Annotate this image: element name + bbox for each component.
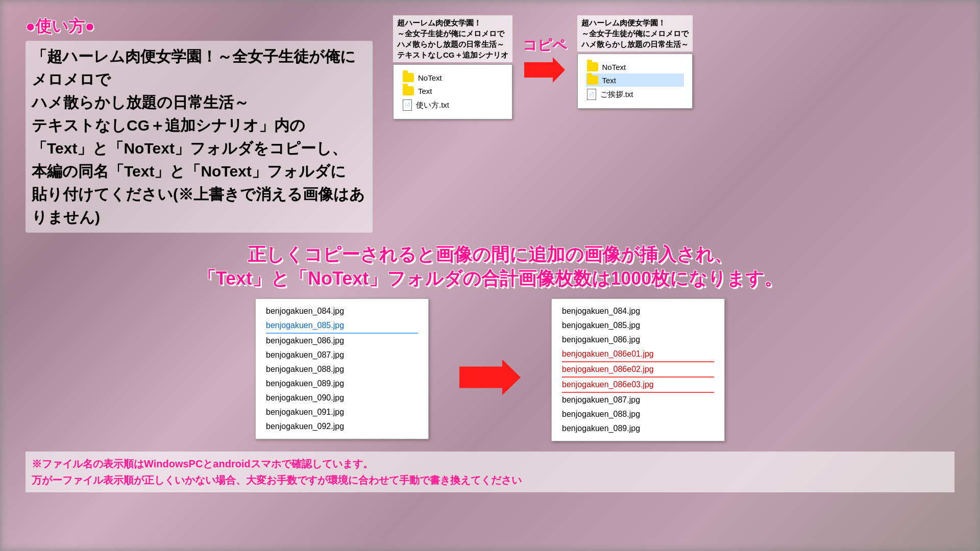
middle-section: 正しくコピーされると画像の間に追加の画像が挿入され、 「Text」と「NoTex… <box>26 243 954 291</box>
list-item: benjogakuen_085.jpg <box>266 318 418 334</box>
arrow-label: コピペ <box>523 36 567 55</box>
instructions-body: 「超ハーレム肉便女学園！～全女子生徒が俺にメロメロで ハメ散らかし放題の日常生活… <box>26 41 373 233</box>
list-item: benjogakuen_086e01.jpg <box>562 347 714 362</box>
list-item: benjogakuen_084.jpg <box>562 304 714 318</box>
copy-arrow-container: コピペ <box>512 15 577 83</box>
source-panel-title: 超ハーレム肉便女学園！ ～全女子生徒が俺にメロメロで ハメ散らかし放題の日常生活… <box>393 15 512 62</box>
bottom-section: benjogakuen_084.jpg benjogakuen_085.jpg … <box>26 298 954 441</box>
instructions-title: ●使い方● <box>26 15 373 38</box>
footer-note: ※ファイル名の表示順はWindowsPCとandroidスマホで確認しています。… <box>26 452 954 492</box>
folder-icon <box>587 62 598 71</box>
body-line5: 本編の同名「Text」と「NoText」フォルダに <box>32 163 346 180</box>
middle-line1: 正しくコピーされると画像の間に追加の画像が挿入され、 <box>248 244 732 265</box>
list-item: NoText <box>586 60 684 73</box>
source-panel-wrapper: 超ハーレム肉便女学園！ ～全女子生徒が俺にメロメロで ハメ散らかし放題の日常生活… <box>393 15 512 119</box>
source-file-label: 使い方.txt <box>416 101 449 110</box>
body-line1: 「超ハーレム肉便女学園！～全女子生徒が俺にメロメロで <box>32 48 356 88</box>
dest-panel-wrapper: 超ハーレム肉便女学園！ ～全女子生徒が俺にメロメロで ハメ散らかし放題の日常生活… <box>577 15 693 109</box>
source-notext-label: NoText <box>418 73 442 82</box>
list-item: benjogakuen_086.jpg <box>266 334 418 348</box>
file-panels: 超ハーレム肉便女学園！ ～全女子生徒が俺にメロメロで ハメ散らかし放題の日常生活… <box>393 15 954 119</box>
footer-line1: ※ファイル名の表示順はWindowsPCとandroidスマホで確認しています。 <box>32 458 373 469</box>
list-item: benjogakuen_090.jpg <box>266 391 418 405</box>
list-item: benjogakuen_089.jpg <box>562 421 714 436</box>
list-item: 📄 使い方.txt <box>402 97 504 113</box>
list-item: benjogakuen_085.jpg <box>562 318 714 333</box>
file-icon: 📄 <box>587 89 596 100</box>
dest-text-label: Text <box>602 76 617 85</box>
folder-icon <box>403 86 414 95</box>
list-item: 📄 ご挨拶.txt <box>586 87 684 102</box>
dest-notext-label: NoText <box>602 63 626 71</box>
list-item: benjogakuen_089.jpg <box>266 377 418 391</box>
bottom-arrow <box>459 360 521 395</box>
middle-text: 正しくコピーされると画像の間に追加の画像が挿入され、 「Text」と「NoTex… <box>26 243 954 291</box>
list-item: NoText <box>402 71 504 84</box>
body-line3: テキストなしCG＋追加シナリオ」内の <box>32 117 305 134</box>
top-section: ●使い方● 「超ハーレム肉便女学園！～全女子生徒が俺にメロメロで ハメ散らかし放… <box>26 15 954 233</box>
body-line6: 貼り付けてください(※上書きで消える画像はありません) <box>32 186 365 226</box>
list-item: benjogakuen_086e02.jpg <box>562 362 714 378</box>
list-item: Text <box>586 73 684 87</box>
folder-icon <box>587 76 598 85</box>
source-file-explorer: NoText Text 📄 使い方.txt <box>393 64 512 119</box>
list-item: benjogakuen_091.jpg <box>266 405 418 419</box>
bottom-arrow-container <box>459 298 521 395</box>
dest-file-label: ご挨拶.txt <box>600 90 633 99</box>
dest-panel-title: 超ハーレム肉便女学園！ ～全女子生徒が俺にメロメロで ハメ散らかし放題の日常生活… <box>577 15 693 52</box>
after-file-list: benjogakuen_084.jpg benjogakuen_085.jpg … <box>551 298 725 441</box>
list-item: benjogakuen_086e03.jpg <box>562 378 714 393</box>
arrow-body <box>524 57 565 83</box>
list-item: benjogakuen_087.jpg <box>562 393 714 407</box>
source-text-label: Text <box>418 87 432 95</box>
list-item: benjogakuen_086.jpg <box>562 333 714 347</box>
big-arrow <box>524 57 565 83</box>
list-item: benjogakuen_088.jpg <box>562 407 714 421</box>
footer-line2: 万がーファイル表示順が正しくいかない場合、大変お手数ですが環境に合わせて手動で書… <box>32 474 522 486</box>
middle-line2: 「Text」と「NoText」フォルダの合計画像枚数は1000枚になります。 <box>198 268 783 289</box>
list-item: Text <box>402 84 504 97</box>
dest-file-explorer: NoText Text 📄 ご挨拶.txt <box>577 54 693 109</box>
file-icon: 📄 <box>403 99 412 111</box>
list-item: benjogakuen_084.jpg <box>266 304 418 318</box>
body-line2: ハメ散らかし放題の日常生活～ <box>32 94 249 111</box>
list-item: benjogakuen_088.jpg <box>266 362 418 377</box>
before-file-list: benjogakuen_084.jpg benjogakuen_085.jpg … <box>255 298 429 439</box>
folder-icon <box>403 73 414 82</box>
body-line4: 「Text」と「NoText」フォルダをコピーし、 <box>32 140 347 157</box>
instructions-text: ●使い方● 「超ハーレム肉便女学園！～全女子生徒が俺にメロメロで ハメ散らかし放… <box>26 15 373 233</box>
list-item: benjogakuen_092.jpg <box>266 419 418 434</box>
list-item: benjogakuen_087.jpg <box>266 348 418 362</box>
main-content: ●使い方● 「超ハーレム肉便女学園！～全女子生徒が俺にメロメロで ハメ散らかし放… <box>0 0 980 551</box>
